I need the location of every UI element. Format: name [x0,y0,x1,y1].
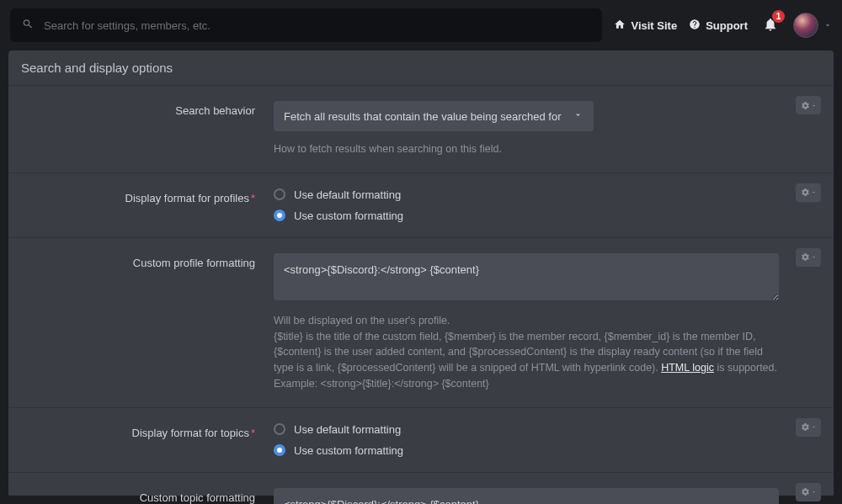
radio-icon [274,444,285,456]
radio-icon [274,188,285,200]
support-link[interactable]: Support [689,19,748,33]
chevron-down-icon [573,109,584,123]
caret-down-icon [811,424,817,430]
label-custom-topic: Custom topic formatting [21,488,274,505]
label-display-profiles: Display format for profiles* [21,188,274,222]
row-custom-profile: Custom profile formatting Will be displa… [8,238,834,408]
radio-label: Use custom formatting [294,444,403,457]
radio-profiles-custom[interactable]: Use custom formatting [274,210,779,222]
search-behavior-select[interactable]: Fetch all results that contain the value… [274,101,594,131]
radio-profiles-default[interactable]: Use default formatting [274,188,779,201]
radio-icon [274,423,285,435]
row-search-behavior: Search behavior Fetch all results that c… [8,86,834,173]
radio-label: Use custom formatting [294,210,403,222]
html-logic-link[interactable]: HTML logic [661,362,714,374]
radio-label: Use default formatting [294,188,401,201]
required-indicator: * [251,427,255,439]
row-custom-topic: Custom topic formatting [8,473,834,505]
help-custom-profile: Will be displayed on the user's profile.… [274,313,779,392]
topbar: Visit Site Support 1 [0,0,842,50]
custom-topic-textarea[interactable] [274,488,779,505]
caret-down-icon [811,254,817,260]
gear-icon [801,487,810,496]
caret-down-icon [811,489,817,495]
notification-badge: 1 [772,10,785,23]
panel-title: Search and display options [21,61,821,75]
field-settings-button[interactable] [796,483,821,501]
support-label: Support [706,19,748,32]
radio-icon [274,210,285,221]
caret-down-icon [811,103,817,109]
radio-topics-default[interactable]: Use default formatting [274,423,779,436]
gear-icon [801,188,810,197]
gear-icon [801,252,810,262]
required-indicator: * [251,192,255,204]
field-settings-button[interactable] [796,418,821,437]
label-search-behavior: Search behavior [21,101,274,157]
field-settings-button[interactable] [796,248,821,267]
panel-header: Search and display options [8,50,834,86]
label-display-topics: Display format for topics* [21,423,274,457]
field-settings-button[interactable] [796,96,821,114]
page-body: Search and display options Search behavi… [0,50,842,504]
visit-site-link[interactable]: Visit Site [614,19,677,33]
user-menu[interactable] [793,13,832,38]
settings-panel: Search and display options Search behavi… [8,50,834,496]
row-display-profiles: Display format for profiles* Use default… [8,173,834,238]
search-input[interactable] [10,8,602,42]
avatar [793,13,818,38]
visit-site-label: Visit Site [631,19,677,32]
row-display-topics: Display format for topics* Use default f… [8,408,834,473]
caret-down-icon [811,189,817,195]
field-settings-button[interactable] [796,183,821,202]
search-wrapper [10,8,602,42]
select-value: Fetch all results that contain the value… [284,110,562,123]
help-search-behavior: How to fetch results when searching on t… [274,141,779,157]
label-custom-profile: Custom profile formatting [21,253,274,392]
radio-topics-custom[interactable]: Use custom formatting [274,444,779,457]
help-icon [689,19,701,33]
radio-label: Use default formatting [294,423,401,436]
search-icon [22,19,34,33]
gear-icon [801,101,810,110]
custom-profile-textarea[interactable] [274,253,779,300]
home-icon [614,19,626,33]
notifications-button[interactable]: 1 [759,13,781,38]
chevron-down-icon [823,19,832,32]
gear-icon [801,422,810,432]
